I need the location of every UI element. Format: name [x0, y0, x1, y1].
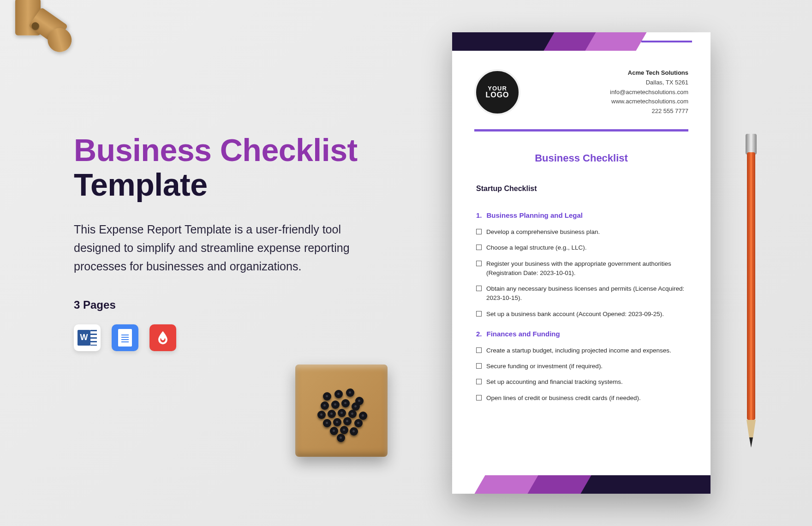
- list-item: Open lines of credit or business credit …: [476, 394, 687, 403]
- promo-left-column: Business Checklist Template This Expense…: [74, 134, 369, 351]
- logo-placeholder: YOUR LOGO: [474, 69, 520, 115]
- title-line-1: Business Checklist: [74, 134, 369, 167]
- company-city: Dallas, TX 5261: [610, 78, 688, 88]
- template-promo-scene: Business Checklist Template This Expense…: [0, 0, 812, 526]
- checkbox-icon[interactable]: [476, 395, 482, 400]
- doc-title: Business Checklist: [452, 152, 710, 164]
- list-item: Register your business with the appropri…: [476, 259, 687, 278]
- item-text: Choose a legal structure (e.g., LLC).: [486, 243, 587, 252]
- checkbox-icon[interactable]: [476, 245, 482, 250]
- checkbox-icon[interactable]: [476, 229, 482, 234]
- list-item: Obtain any necessary business licenses a…: [476, 284, 687, 303]
- item-text: Set up a business bank account (Account …: [486, 310, 664, 319]
- section-num-1: 1.: [476, 211, 482, 219]
- section-num-2: 2.: [476, 330, 482, 338]
- logo-line-2: LOGO: [485, 91, 509, 99]
- company-email: info@acmetechsolutions.com: [610, 88, 688, 97]
- doc-body: 1. Business Planning and Legal Develop a…: [476, 208, 687, 409]
- checkbox-icon[interactable]: [476, 379, 482, 384]
- doc-subtitle: Startup Checklist: [476, 185, 537, 193]
- doc-header-band: [452, 32, 710, 51]
- checkbox-icon[interactable]: [476, 261, 482, 266]
- list-item: Create a startup budget, including proje…: [476, 346, 687, 355]
- list-item: Set up accounting and financial tracking…: [476, 377, 687, 387]
- company-phone: 222 555 7777: [610, 107, 688, 116]
- item-text: Set up accounting and financial tracking…: [486, 377, 623, 387]
- doc-footer-band: [452, 475, 710, 494]
- item-text: Open lines of credit or business credit …: [486, 394, 641, 403]
- company-name: Acme Tech Solutions: [610, 68, 688, 78]
- document-preview: YOUR LOGO Acme Tech Solutions Dallas, TX…: [452, 32, 710, 494]
- section-title-1: Business Planning and Legal: [487, 211, 583, 219]
- title-line-2: Template: [74, 168, 369, 201]
- item-text: Secure funding or investment (if require…: [486, 362, 603, 371]
- item-text: Register your business with the appropri…: [486, 259, 687, 278]
- doc-rule: [474, 129, 688, 132]
- section-heading-1: 1. Business Planning and Legal: [476, 211, 687, 219]
- company-web: www.acmetechsolutions.com: [610, 97, 688, 107]
- file-format-icons: [74, 324, 369, 351]
- item-text: Obtain any necessary business licenses a…: [486, 284, 687, 303]
- section-title-2: Finances and Funding: [487, 330, 560, 338]
- logo-line-1: YOUR: [488, 85, 507, 92]
- company-info: Acme Tech Solutions Dallas, TX 5261 info…: [610, 68, 688, 116]
- decorative-tack-block: [295, 365, 388, 457]
- list-item: Set up a business bank account (Account …: [476, 310, 687, 319]
- section-heading-2: 2. Finances and Funding: [476, 330, 687, 338]
- word-icon[interactable]: [74, 324, 101, 351]
- list-item: Develop a comprehensive business plan.: [476, 227, 687, 237]
- template-description: This Expense Report Template is a user-f…: [74, 220, 360, 275]
- pages-count: 3 Pages: [74, 299, 369, 311]
- checkbox-icon[interactable]: [476, 286, 482, 291]
- decorative-mannequin-hand: [0, 0, 102, 81]
- list-item: Secure funding or investment (if require…: [476, 362, 687, 371]
- checkbox-icon[interactable]: [476, 363, 482, 369]
- checkbox-icon[interactable]: [476, 347, 482, 353]
- item-text: Create a startup budget, including proje…: [486, 346, 671, 355]
- pdf-icon[interactable]: [149, 324, 176, 351]
- checkbox-icon[interactable]: [476, 311, 482, 317]
- google-docs-icon[interactable]: [112, 324, 138, 351]
- item-text: Develop a comprehensive business plan.: [486, 227, 600, 237]
- decorative-pencil: [746, 134, 757, 448]
- list-item: Choose a legal structure (e.g., LLC).: [476, 243, 687, 252]
